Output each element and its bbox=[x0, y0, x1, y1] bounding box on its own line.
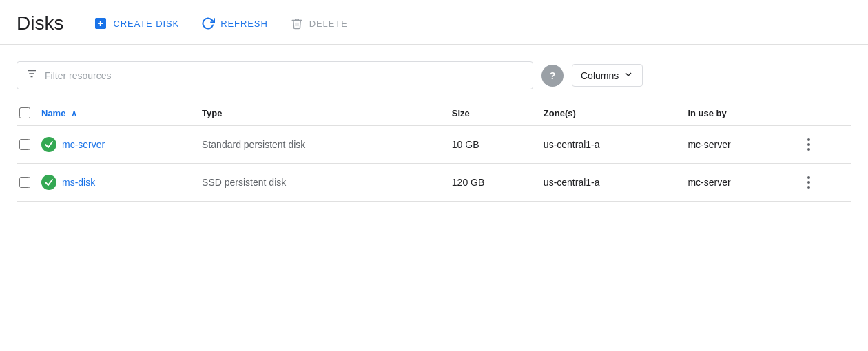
col-header-actions bbox=[802, 100, 851, 126]
columns-label: Columns bbox=[581, 70, 619, 81]
row-actions-cell bbox=[802, 126, 851, 164]
table-row: mc-server Standard persistent disk 10 GB… bbox=[17, 126, 851, 164]
row-in-use-by-cell: mc-server bbox=[688, 164, 802, 202]
toolbar: Disks + CREATE DISK REFRESH bbox=[0, 0, 868, 45]
row-type-cell: Standard persistent disk bbox=[202, 126, 452, 164]
svg-point-8 bbox=[807, 176, 810, 179]
help-button[interactable]: ? bbox=[541, 65, 564, 87]
col-header-size: Size bbox=[452, 100, 544, 126]
sort-arrow-icon: ∧ bbox=[71, 109, 77, 118]
delete-label: DELETE bbox=[309, 19, 348, 29]
status-icon bbox=[41, 137, 56, 152]
create-disk-button[interactable]: + CREATE DISK bbox=[85, 12, 187, 34]
svg-point-7 bbox=[807, 148, 810, 151]
chevron-down-icon bbox=[623, 69, 634, 82]
col-header-zones: Zone(s) bbox=[544, 100, 688, 126]
row-size-cell: 120 GB bbox=[452, 164, 544, 202]
page-title: Disks bbox=[17, 12, 63, 34]
table-header: Name ∧ Type Size Zone(s) In use by bbox=[17, 100, 851, 126]
col-name-label: Name bbox=[41, 108, 65, 118]
row-name-cell: ms-disk bbox=[41, 164, 202, 202]
row-actions-cell bbox=[802, 164, 851, 202]
filter-row: ? Columns bbox=[17, 61, 851, 89]
delete-button[interactable]: DELETE bbox=[282, 12, 356, 34]
status-icon bbox=[41, 175, 56, 190]
col-header-type: Type bbox=[202, 100, 452, 126]
svg-text:+: + bbox=[98, 18, 104, 29]
table-row: ms-disk SSD persistent disk 120 GB us-ce… bbox=[17, 164, 851, 202]
refresh-label: REFRESH bbox=[220, 19, 268, 29]
svg-point-5 bbox=[807, 138, 810, 141]
row-name-link[interactable]: ms-disk bbox=[62, 177, 95, 188]
row-name-link[interactable]: mc-server bbox=[62, 139, 105, 150]
col-header-in-use-by: In use by bbox=[688, 100, 802, 126]
row-checkbox[interactable] bbox=[19, 139, 30, 150]
select-all-header bbox=[17, 100, 41, 126]
table-body: mc-server Standard persistent disk 10 GB… bbox=[17, 126, 851, 202]
col-type-label: Type bbox=[202, 108, 222, 118]
row-name-cell: mc-server bbox=[41, 126, 202, 164]
col-size-label: Size bbox=[452, 108, 470, 118]
col-header-name[interactable]: Name ∧ bbox=[41, 100, 202, 126]
create-disk-icon: + bbox=[94, 17, 107, 30]
row-type-cell: SSD persistent disk bbox=[202, 164, 452, 202]
select-all-checkbox[interactable] bbox=[19, 107, 30, 118]
svg-point-6 bbox=[807, 143, 810, 146]
table-section: Name ∧ Type Size Zone(s) In use by bbox=[0, 100, 868, 202]
row-size-cell: 10 GB bbox=[452, 126, 544, 164]
row-checkbox-cell bbox=[17, 164, 41, 202]
columns-button[interactable]: Columns bbox=[572, 64, 643, 87]
refresh-button[interactable]: REFRESH bbox=[193, 12, 276, 34]
help-label: ? bbox=[550, 70, 556, 81]
filter-input-wrapper bbox=[17, 61, 533, 89]
row-zone-cell: us-central1-a bbox=[544, 164, 688, 202]
svg-point-9 bbox=[807, 181, 810, 184]
filter-section: ? Columns bbox=[0, 45, 868, 89]
row-more-button[interactable] bbox=[802, 136, 816, 153]
col-zones-label: Zone(s) bbox=[544, 108, 576, 118]
row-checkbox-cell bbox=[17, 126, 41, 164]
filter-input[interactable] bbox=[45, 70, 524, 81]
row-in-use-by-cell: mc-server bbox=[688, 126, 802, 164]
disks-table: Name ∧ Type Size Zone(s) In use by bbox=[17, 100, 851, 202]
refresh-icon bbox=[201, 17, 215, 30]
row-checkbox[interactable] bbox=[19, 177, 30, 188]
create-disk-label: CREATE DISK bbox=[113, 19, 179, 29]
row-more-button[interactable] bbox=[802, 173, 816, 191]
col-in-use-by-label: In use by bbox=[688, 108, 726, 118]
row-zone-cell: us-central1-a bbox=[544, 126, 688, 164]
svg-point-10 bbox=[807, 186, 810, 189]
filter-icon bbox=[25, 67, 38, 83]
delete-icon bbox=[290, 17, 304, 30]
